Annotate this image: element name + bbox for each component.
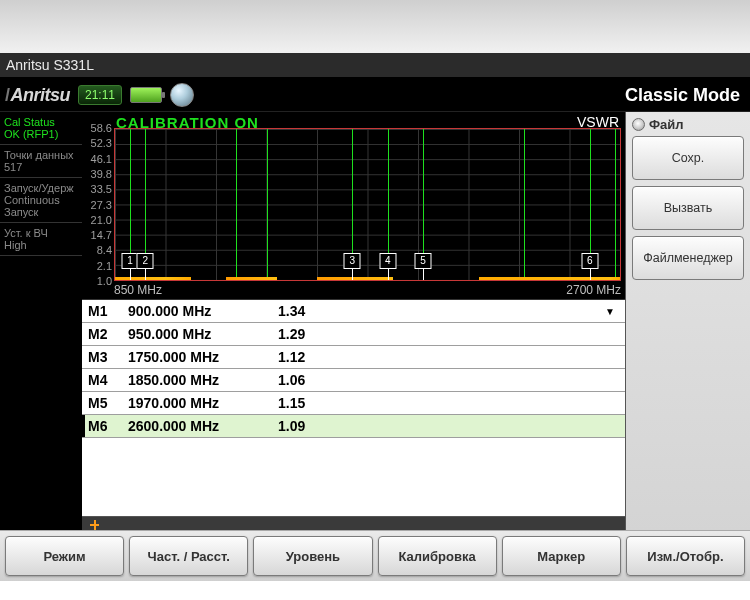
globe-icon[interactable] bbox=[170, 83, 194, 107]
marker-table[interactable]: M1900.000 MHz1.34▼M2950.000 MHz1.29M3175… bbox=[82, 299, 625, 516]
limit-line bbox=[236, 129, 237, 280]
softkey[interactable]: Калибровка bbox=[378, 536, 497, 576]
marker-freq: 1970.000 MHz bbox=[128, 395, 278, 411]
marker-flag[interactable]: 4 bbox=[379, 253, 396, 269]
radio-icon bbox=[632, 118, 645, 131]
softkey[interactable]: Уровень bbox=[253, 536, 372, 576]
marker-flag[interactable]: 2 bbox=[137, 253, 154, 269]
softkey[interactable]: Режим bbox=[5, 536, 124, 576]
y-tick: 33.5 bbox=[91, 183, 112, 195]
softkey[interactable]: Маркер bbox=[502, 536, 621, 576]
bottom-softkeys: РежимЧаст. / Расст.УровеньКалибровкаМарк… bbox=[0, 530, 750, 581]
marker-freq: 1850.000 MHz bbox=[128, 372, 278, 388]
softkey[interactable]: Част. / Расст. bbox=[129, 536, 248, 576]
marker-freq: 950.000 MHz bbox=[128, 326, 278, 342]
marker-id: M4 bbox=[82, 372, 128, 388]
side-menu: Файл Сохр.ВызватьФайлменеджер bbox=[625, 112, 750, 533]
x-axis: 850 MHz 2700 MHz bbox=[114, 283, 621, 299]
marker-value: 1.34 bbox=[278, 303, 428, 319]
rf-value: High bbox=[4, 239, 27, 251]
y-tick: 58.6 bbox=[91, 122, 112, 134]
marker-id: M5 bbox=[82, 395, 128, 411]
mode-label: Classic Mode bbox=[625, 85, 746, 106]
y-tick: 39.8 bbox=[91, 168, 112, 180]
x-start: 850 MHz bbox=[114, 283, 162, 299]
grid bbox=[115, 129, 620, 280]
marker-flag[interactable]: 3 bbox=[344, 253, 361, 269]
left-status-panel: Cal Status OK (RFP1) Точки данных 517 За… bbox=[0, 112, 82, 533]
side-button[interactable]: Сохр. bbox=[632, 136, 744, 180]
x-end: 2700 MHz bbox=[566, 283, 621, 299]
marker-freq: 1750.000 MHz bbox=[128, 349, 278, 365]
plot-area[interactable]: 123456 bbox=[114, 128, 621, 281]
y-tick: 46.1 bbox=[91, 153, 112, 165]
y-tick: 8.4 bbox=[97, 244, 112, 256]
sweep-action: Запуск bbox=[4, 206, 38, 218]
rf-label: Уст. к ВЧ bbox=[4, 227, 48, 239]
softkey[interactable]: Изм./Отобр. bbox=[626, 536, 745, 576]
sweep-label: Запуск/Удерж bbox=[4, 182, 74, 194]
marker-stem[interactable] bbox=[423, 269, 424, 280]
marker-stem[interactable] bbox=[388, 269, 389, 280]
y-axis: 58.652.346.139.833.527.321.014.78.42.11.… bbox=[82, 128, 114, 281]
side-button[interactable]: Вызвать bbox=[632, 186, 744, 230]
window-title: Anritsu S331L bbox=[6, 57, 94, 73]
marker-id: M2 bbox=[82, 326, 128, 342]
marker-value: 1.12 bbox=[278, 349, 428, 365]
status-bar: /Anritsu 21:11 Classic Mode bbox=[0, 77, 750, 112]
y-tick: 27.3 bbox=[91, 199, 112, 211]
brand-logo: /Anritsu bbox=[4, 85, 70, 106]
cal-status-value: OK (RFP1) bbox=[4, 128, 58, 140]
y-tick: 14.7 bbox=[91, 229, 112, 241]
marker-stem[interactable] bbox=[130, 269, 131, 280]
marker-flag[interactable]: 5 bbox=[415, 253, 432, 269]
window-title-bar: Anritsu S331L bbox=[0, 53, 750, 77]
limit-line bbox=[267, 129, 268, 280]
side-menu-title: Файл bbox=[649, 117, 684, 132]
marker-row[interactable]: M41850.000 MHz1.06 bbox=[82, 369, 625, 392]
marker-freq: 2600.000 MHz bbox=[128, 418, 278, 434]
marker-row[interactable]: M2950.000 MHz1.29 bbox=[82, 323, 625, 346]
marker-value: 1.15 bbox=[278, 395, 428, 411]
y-tick: 2.1 bbox=[97, 260, 112, 272]
marker-stem[interactable] bbox=[145, 269, 146, 280]
side-menu-header[interactable]: Файл bbox=[632, 117, 744, 132]
marker-value: 1.06 bbox=[278, 372, 428, 388]
marker-row[interactable]: M1900.000 MHz1.34▼ bbox=[82, 300, 625, 323]
dropdown-icon[interactable]: ▼ bbox=[605, 306, 615, 317]
clock: 21:11 bbox=[78, 85, 122, 105]
y-tick: 52.3 bbox=[91, 137, 112, 149]
marker-row[interactable]: M51970.000 MHz1.15 bbox=[82, 392, 625, 415]
marker-stem[interactable] bbox=[352, 269, 353, 280]
marker-freq: 900.000 MHz bbox=[128, 303, 278, 319]
marker-row[interactable]: M62600.000 MHz1.09 bbox=[82, 415, 625, 438]
marker-value: 1.29 bbox=[278, 326, 428, 342]
points-label: Точки данных bbox=[4, 149, 74, 161]
points-value: 517 bbox=[4, 161, 22, 173]
battery-icon bbox=[130, 87, 162, 103]
chart[interactable]: CALIBRATION ON VSWR 58.652.346.139.833.5… bbox=[82, 114, 625, 299]
marker-id: M3 bbox=[82, 349, 128, 365]
marker-icon bbox=[90, 520, 99, 530]
limit-line bbox=[524, 129, 525, 280]
marker-stem[interactable] bbox=[590, 269, 591, 280]
y-tick: 21.0 bbox=[91, 214, 112, 226]
limit-line bbox=[615, 129, 616, 280]
sweep-mode: Continuous bbox=[4, 194, 60, 206]
marker-value: 1.09 bbox=[278, 418, 428, 434]
trace bbox=[115, 277, 620, 280]
marker-id: M6 bbox=[82, 418, 128, 434]
y-tick: 1.0 bbox=[97, 275, 112, 287]
marker-flag[interactable]: 6 bbox=[581, 253, 598, 269]
cal-status-label: Cal Status bbox=[4, 116, 55, 128]
marker-row[interactable]: M31750.000 MHz1.12 bbox=[82, 346, 625, 369]
marker-id: M1 bbox=[82, 303, 128, 319]
side-button[interactable]: Файлменеджер bbox=[632, 236, 744, 280]
